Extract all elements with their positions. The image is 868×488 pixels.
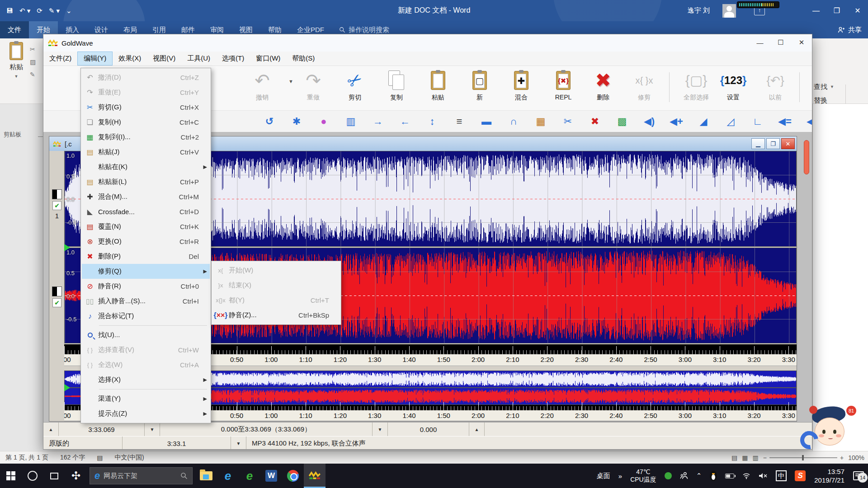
cortana-button[interactable] <box>22 464 43 488</box>
qat-customize-icon[interactable]: ⌄ <box>66 7 72 15</box>
gw-menu-文件(Z)[interactable]: 文件(Z) <box>43 52 77 66</box>
scroll-position-indicator[interactable] <box>804 140 809 174</box>
effect-speaker-plus-icon[interactable]: ◀+ <box>669 114 684 129</box>
effect-fade-corner-icon[interactable]: ◿ <box>723 114 738 129</box>
edit-menu-item-粘贴(J)[interactable]: ▤粘贴(J)Ctrl+V <box>82 145 210 160</box>
effect-rainbow-icon[interactable]: ▩ <box>614 114 630 129</box>
sound-close-button[interactable]: ✕ <box>781 138 795 149</box>
ime-indicator[interactable]: 中 <box>772 464 791 488</box>
gw-menu-选项(T)[interactable]: 选项(T) <box>216 52 250 66</box>
trim-submenu-item-都(Y)[interactable]: x{}x都(Y)Ctrl+T <box>212 293 340 308</box>
chrome-icon[interactable] <box>282 464 304 488</box>
gw-minimize-button[interactable]: — <box>750 34 770 51</box>
user-name[interactable]: 逸宇 刘 <box>688 0 710 21</box>
length-spin-up[interactable]: ▲ <box>43 422 59 436</box>
edit-menu-item-混合(M)...[interactable]: ✚混合(M)...Ctrl+M <box>82 189 210 204</box>
taskbar-search-box[interactable]: e 网易云下架 <box>90 467 193 484</box>
toolbar-undo-button[interactable]: ↶撤销 <box>241 69 283 108</box>
overflow-chevron[interactable]: » <box>614 464 626 488</box>
edit-menu-item-提示点(Z)[interactable]: 提示点(Z)▶ <box>82 406 210 421</box>
length-value[interactable]: 3:33.069 <box>59 422 145 436</box>
effect-sparkle-icon[interactable]: ✱ <box>289 114 304 129</box>
gw-menu-帮助(S)[interactable]: 帮助(S) <box>286 52 321 66</box>
effect-speaker-eq-icon[interactable]: ◀= <box>777 114 793 129</box>
desktop-label[interactable]: 桌面 <box>593 464 614 488</box>
duration-dropdown[interactable]: ▼ <box>231 436 246 450</box>
sound-minimize-button[interactable]: ▁ <box>751 138 765 149</box>
green-browser-icon[interactable]: e <box>239 464 260 488</box>
cpu-temperature[interactable]: 47℃CPU温度 <box>626 464 660 488</box>
toolbar-all-find-button[interactable]: ⌀所有 <box>807 69 812 108</box>
edit-menu-item-复制(H)[interactable]: ❏复制(H)Ctrl+C <box>82 115 210 130</box>
effect-cancel-arrows-icon[interactable]: ✖ <box>587 114 603 129</box>
effect-undo-small-icon[interactable]: ↺ <box>262 114 277 129</box>
volume-muted-icon[interactable] <box>755 464 772 488</box>
avatar[interactable] <box>722 4 736 18</box>
people-icon[interactable] <box>676 464 692 488</box>
edit-menu-item-重做(E)[interactable]: ↷重做(E)Ctrl+Y <box>82 85 210 100</box>
notification-center-icon[interactable]: 14 <box>849 464 868 488</box>
gw-menu-视图(V)[interactable]: 视图(V) <box>147 52 181 66</box>
toolbar-copy-button[interactable]: 复制 <box>376 69 417 108</box>
edit-menu-item-选择查看(V)[interactable]: { }选择查看(V)Ctrl+W <box>82 343 210 357</box>
effect-pills-icon[interactable]: ▬ <box>479 114 494 129</box>
effect-arrow-left-icon[interactable]: ← <box>397 114 413 129</box>
gw-close-button[interactable]: ✕ <box>791 34 812 51</box>
cut-icon[interactable]: ✂ <box>30 46 36 53</box>
web-layout-icon[interactable]: ▥ <box>753 454 759 461</box>
goldwave-taskbar-icon[interactable] <box>304 464 326 488</box>
effect-levels-icon[interactable]: ▥ <box>343 114 359 129</box>
effect-speaker-icon[interactable]: ◀) <box>642 114 657 129</box>
word-count[interactable]: 162 个字 <box>60 454 85 462</box>
trim-submenu-item-结束(X)[interactable]: }x结束(X) <box>212 278 340 293</box>
selection-dropdown[interactable]: ▼ <box>373 422 388 436</box>
selection-range[interactable]: 0.000至3:33.069（3:33.069） <box>160 422 373 436</box>
position-spin-up[interactable]: ▲ <box>469 422 485 436</box>
edit-menu-item-全选(W)[interactable]: { }全选(W)Ctrl+A <box>82 357 210 372</box>
effect-color-wheel-icon[interactable]: ● <box>316 114 331 129</box>
edit-menu-item-删除(P)[interactable]: ✖删除(P)Del <box>82 249 210 264</box>
effect-arch-icon[interactable]: ∩ <box>506 114 521 129</box>
redo-icon[interactable]: ⟳ <box>37 7 42 15</box>
gw-maximize-button[interactable]: ☐ <box>770 34 791 51</box>
hidden-icons-chevron[interactable]: ⌃ <box>692 464 706 488</box>
toolbar-repl-button[interactable]: {✖}REPL <box>542 69 584 108</box>
word-restore-button[interactable]: ❐ <box>826 0 847 21</box>
toolbar-set-123-button[interactable]: {123}设置 <box>712 69 754 108</box>
find-button[interactable]: 查找▼ <box>812 80 868 94</box>
effect-arrow-right-icon[interactable]: → <box>370 114 386 129</box>
toolbar-paste-button[interactable]: 粘贴 <box>417 69 459 108</box>
duration-value[interactable]: 3:33.1 <box>123 436 231 450</box>
word-minimize-button[interactable]: — <box>806 0 826 21</box>
toolbar-previous-button[interactable]: {↶}以前 <box>755 69 796 108</box>
goldwave-titlebar[interactable]: GoldWave — ☐ ✕ <box>43 34 812 52</box>
gw-menu-效果(X)[interactable]: 效果(X) <box>113 52 147 66</box>
selection-start-marker[interactable] <box>64 244 70 251</box>
word-document-page[interactable] <box>812 104 868 451</box>
pinwheel-app-icon[interactable]: ✣ <box>65 464 87 488</box>
ink-pen-icon[interactable]: ✎ ▾ <box>49 7 60 15</box>
channel-view-icon[interactable] <box>52 189 62 199</box>
overview-position-marker[interactable] <box>64 384 70 391</box>
task-view-button[interactable] <box>43 464 65 488</box>
edit-menu-item-撤消(D)[interactable]: ↶撤消(D)Ctrl+Z <box>82 70 210 85</box>
edit-menu-item-覆盖(N)[interactable]: ▤覆盖(N)Ctrl+K <box>82 219 210 234</box>
word-close-button[interactable]: ✕ <box>847 0 868 21</box>
edit-menu-item-剪切(G)[interactable]: ✂剪切(G)Ctrl+X <box>82 100 210 115</box>
proofing-icon[interactable]: ▤ <box>97 454 103 461</box>
effect-arrow-updown-icon[interactable]: ↕ <box>425 114 440 129</box>
internet-explorer-icon[interactable]: e <box>217 464 239 488</box>
gw-menu-工具(U)[interactable]: 工具(U) <box>181 52 216 66</box>
tab-文件[interactable]: 文件 <box>0 21 29 38</box>
channel-view-icon[interactable] <box>52 286 62 296</box>
clock[interactable]: 13:572019/7/21 <box>810 464 849 488</box>
print-layout-icon[interactable]: ▦ <box>742 454 748 461</box>
edit-menu-item-找(U)...[interactable]: 找(U)... <box>82 328 210 343</box>
trim-submenu-item-静音(Z)...[interactable]: {××}静音(Z)...Ctrl+BkSp <box>212 308 340 323</box>
sogou-icon[interactable]: S <box>791 464 810 488</box>
effect-cut-small-icon[interactable]: ✂ <box>560 114 576 129</box>
wifi-icon[interactable] <box>738 464 755 488</box>
start-button[interactable] <box>0 464 22 488</box>
gw-menu-窗口(W)[interactable]: 窗口(W) <box>250 52 286 66</box>
edit-menu-item-粘贴新(L)[interactable]: ▤粘贴新(L)Ctrl+P <box>82 174 210 189</box>
